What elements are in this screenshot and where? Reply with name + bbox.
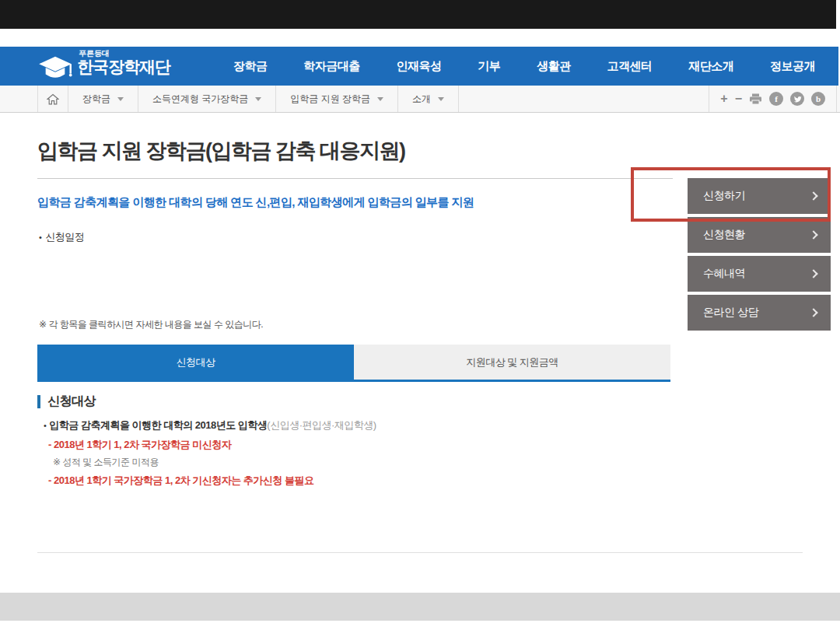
nav-item-about[interactable]: 재단소개 [688, 59, 733, 74]
list-item-sub-text: (신입생·편입생·재입학생) [267, 419, 376, 431]
breadcrumb-item-admission-fee[interactable]: 입학금 지원 장학금 [276, 86, 398, 112]
nav-item-talent[interactable]: 인재육성 [397, 59, 442, 74]
nav-item-student-loan[interactable]: 학자금대출 [303, 59, 360, 74]
chevron-right-icon [809, 308, 817, 317]
nav-item-dormitory[interactable]: 생활관 [537, 59, 571, 74]
nav-item-donation[interactable]: 기부 [478, 59, 500, 74]
nav-item-scholarship[interactable]: 장학금 [233, 59, 268, 74]
printer-icon[interactable] [749, 93, 762, 105]
breadcrumb: 장학금 소득연계형 국가장학금 입학금 지원 장학금 소개 [37, 86, 459, 112]
chevron-right-icon [809, 269, 817, 278]
breadcrumb-label: 입학금 지원 장학금 [290, 93, 370, 106]
page: 푸른등대 한국장학재단 장학금 학자금대출 인재육성 기부 생활관 고객센터 재… [0, 0, 840, 630]
benefit-history-label: 수혜내역 [703, 267, 745, 281]
breadcrumb-label: 소개 [412, 93, 431, 106]
chevron-right-icon [809, 230, 817, 239]
page-tools: + − f b [709, 86, 837, 112]
quick-menu: 신청하기 신청현황 수혜내역 온라인 상담 [688, 178, 831, 334]
blog-icon[interactable]: b [811, 92, 825, 106]
breadcrumb-label: 소득연계형 국가장학금 [152, 93, 248, 106]
breadcrumb-item-income-linked[interactable]: 소득연계형 국가장학금 [138, 86, 276, 112]
breadcrumb-item-intro[interactable]: 소개 [398, 86, 459, 112]
tab-support-amount[interactable]: 지원대상 및 지원금액 [354, 345, 670, 380]
online-consult-label: 온라인 상담 [703, 306, 758, 320]
graduation-cap-icon [37, 54, 73, 82]
chevron-down-icon [438, 97, 444, 101]
list-item-note: ※ 성적 및 소득기준 미적용 [53, 456, 159, 469]
twitter-icon[interactable] [790, 92, 804, 106]
home-icon [47, 93, 59, 105]
list-item-alert: - 2018년 1학기 국가장학금 1, 2차 기신청자는 추가신청 불필요 [48, 474, 313, 488]
application-status-label: 신청현황 [703, 228, 745, 242]
section-heading: 신청대상 [37, 394, 96, 410]
breadcrumb-bar: 장학금 소득연계형 국가장학금 입학금 지원 장학금 소개 + − [0, 86, 840, 113]
footer-bar [0, 593, 840, 621]
apply-button[interactable]: 신청하기 [688, 178, 831, 214]
font-increase-button[interactable]: + [720, 93, 727, 105]
nav-menu: 장학금 학자금대출 인재육성 기부 생활관 고객센터 재단소개 정보공개 [233, 47, 815, 86]
nav-item-customer-center[interactable]: 고객센터 [607, 59, 652, 74]
content-tabs: 신청대상 지원대상 및 지원금액 [37, 345, 670, 382]
breadcrumb-label: 장학금 [82, 93, 110, 106]
online-consult-button[interactable]: 온라인 상담 [688, 295, 831, 331]
intro-text: 입학금 감축계획을 이행한 대학의 당해 연도 신,편입, 재입학생에게 입학금… [37, 195, 474, 210]
title-divider [37, 178, 673, 179]
bullet-icon: • [44, 421, 46, 430]
heading-accent-bar [37, 395, 40, 408]
application-status-button[interactable]: 신청현황 [688, 217, 831, 253]
list-item-alert: - 2018년 1학기 1, 2차 국가장학금 미신청자 [48, 438, 231, 452]
click-note: ※ 각 항목을 클릭하시면 자세한 내용을 보실 수 있습니다. [39, 318, 263, 331]
brand-name: 한국장학재단 [77, 58, 170, 75]
tab-application-target[interactable]: 신청대상 [37, 345, 354, 380]
chevron-down-icon [255, 97, 261, 101]
chevron-right-icon [809, 191, 817, 200]
schedule-label-text: 신청일정 [45, 231, 84, 243]
font-decrease-button[interactable]: − [735, 93, 742, 105]
benefit-history-button[interactable]: 수혜내역 [688, 256, 831, 292]
chevron-down-icon [117, 97, 124, 101]
content-bottom-divider [37, 552, 803, 553]
top-black-bar [0, 0, 836, 29]
page-title: 입학금 지원 장학금(입학금 감축 대응지원) [37, 137, 405, 165]
schedule-label: •신청일정 [39, 230, 84, 244]
home-button[interactable] [37, 86, 68, 112]
section-heading-text: 신청대상 [47, 394, 96, 410]
breadcrumb-item-scholarship[interactable]: 장학금 [68, 86, 138, 112]
list-item: •입학금 감축계획을 이행한 대학의 2018년도 입학생(신입생·편입생·재입… [44, 418, 376, 432]
nav-item-disclosure[interactable]: 정보공개 [770, 59, 815, 74]
brand-text: 푸른등대 한국장학재단 [77, 50, 170, 75]
chevron-down-icon [377, 97, 383, 101]
facebook-icon[interactable]: f [769, 92, 783, 106]
global-navbar: 푸른등대 한국장학재단 장학금 학자금대출 인재육성 기부 생활관 고객센터 재… [0, 47, 838, 86]
list-item-main-text: 입학금 감축계획을 이행한 대학의 2018년도 입학생 [49, 419, 267, 431]
brand-tagline: 푸른등대 [79, 50, 170, 58]
brand-logo[interactable]: 푸른등대 한국장학재단 [37, 50, 170, 82]
apply-button-label: 신청하기 [703, 189, 745, 203]
bullet-icon: • [39, 233, 41, 242]
